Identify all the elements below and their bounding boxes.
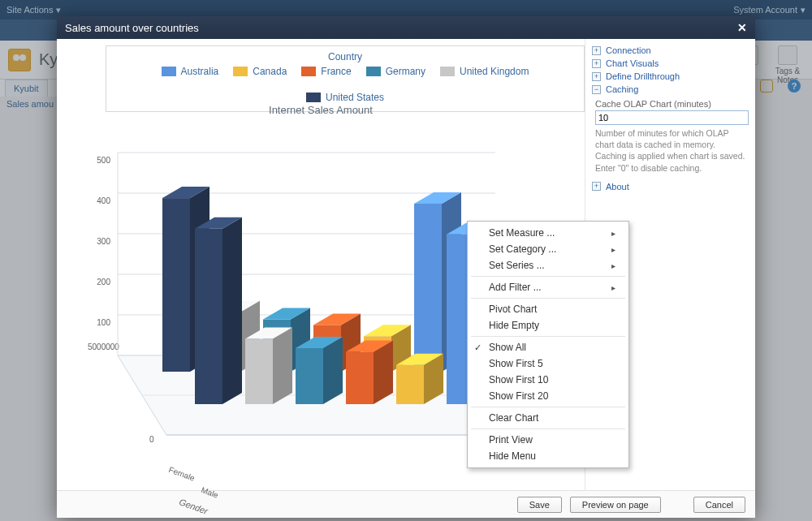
chart-context-menu: Set Measure ...▸ Set Category ...▸ Set S… [467,221,629,468]
legend-item[interactable]: United Kingdom [440,66,529,77]
svg-rect-35 [245,339,273,405]
side-caching[interactable]: −Caching [592,83,749,96]
expand-icon: + [592,46,601,55]
legend-label: Canada [253,66,287,77]
menu-print-view[interactable]: Print View [468,432,628,448]
legend-label: United States [326,92,384,103]
side-define-drillthrough[interactable]: +Define Drillthrough [592,70,749,83]
submenu-arrow-icon: ▸ [611,245,615,254]
menu-show-first-10[interactable]: Show First 10 [468,372,628,388]
legend-swatch-icon [440,67,455,76]
menu-hide-empty[interactable]: Hide Empty [468,317,628,334]
svg-marker-33 [273,328,292,405]
close-icon[interactable]: ✕ [737,21,747,34]
submenu-arrow-icon: ▸ [611,283,615,292]
legend-label: United Kingdom [460,66,529,77]
menu-set-measure[interactable]: Set Measure ...▸ [468,225,628,241]
modal-title: Sales amount over countries [65,22,199,34]
legend-item[interactable]: United States [306,92,384,103]
chart-title: Internet Sales Amount [57,104,585,116]
svg-rect-41 [346,352,374,404]
svg-rect-14 [162,198,190,372]
svg-rect-32 [195,229,222,404]
bar-united-kingdom-male[interactable] [245,328,292,405]
collapse-icon: − [592,85,601,94]
menu-show-first-20[interactable]: Show First 20 [468,388,628,404]
legend-swatch-icon [162,67,176,76]
expand-icon: + [592,182,601,191]
menu-set-series[interactable]: Set Series ...▸ [468,257,628,273]
legend-label: Germany [386,66,425,77]
menu-clear-chart[interactable]: Clear Chart [468,410,628,426]
cache-minutes-input[interactable] [595,110,749,125]
submenu-arrow-icon: ▸ [611,261,615,270]
chart-area[interactable]: Country AustraliaCanadaFranceGermanyUnit… [57,39,585,490]
legend-swatch-icon [306,93,321,102]
menu-show-first-5[interactable]: Show First 5 [468,355,628,372]
svg-marker-36 [323,337,343,404]
legend-swatch-icon [301,67,316,76]
chart-editor-modal: Sales amount over countries ✕ Country Au… [57,16,755,518]
cache-label: Cache OLAP Chart (minutes) [595,99,749,109]
legend-item[interactable]: Germany [366,66,425,77]
cancel-button[interactable]: Cancel [693,497,745,513]
svg-rect-44 [396,365,424,404]
chart-legend: Country AustraliaCanadaFranceGermanyUnit… [106,45,585,112]
legend-title: Country [121,51,569,62]
menu-show-all[interactable]: Show All [468,339,628,355]
preview-button[interactable]: Preview on page [570,497,661,513]
legend-swatch-icon [233,67,248,76]
cache-help-text: Number of minutes for which OLAP chart d… [595,127,749,174]
bar-germany-male[interactable] [296,337,343,404]
legend-swatch-icon [366,67,381,76]
legend-label: France [321,66,351,77]
legend-item[interactable]: Australia [162,66,219,77]
submenu-arrow-icon: ▸ [611,229,615,238]
legend-item[interactable]: France [301,66,351,77]
side-chart-visuals[interactable]: +Chart Visuals [592,57,749,70]
expand-icon: + [592,59,601,68]
bar-united-states-male[interactable] [195,217,242,404]
svg-rect-29 [414,204,442,372]
caching-section: Cache OLAP Chart (minutes) Number of min… [595,99,749,174]
menu-pivot-chart[interactable]: Pivot Chart [468,301,628,317]
modal-titlebar: Sales amount over countries ✕ [57,16,755,39]
svg-rect-38 [296,348,323,404]
menu-add-filter[interactable]: Add Filter ...▸ [468,279,628,295]
expand-icon: + [592,72,601,81]
bar-france-male[interactable] [346,341,393,404]
menu-hide-menu[interactable]: Hide Menu [468,448,628,464]
svg-marker-30 [222,217,242,404]
side-about[interactable]: +About [592,180,749,193]
menu-set-category[interactable]: Set Category ...▸ [468,241,628,257]
bar-canada-male[interactable] [396,354,443,404]
side-connection[interactable]: +Connection [592,44,749,57]
legend-label: Australia [181,66,219,77]
legend-item[interactable]: Canada [233,66,287,77]
